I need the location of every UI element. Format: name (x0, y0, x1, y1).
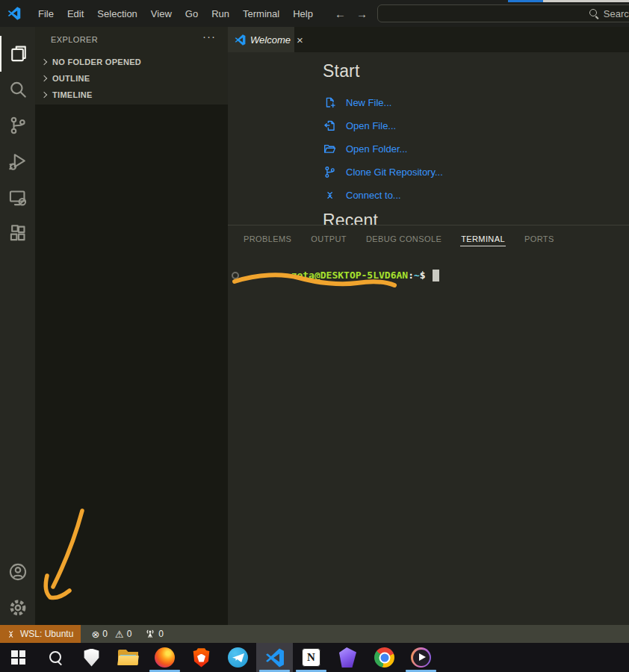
link-open-folder[interactable]: Open Folder... (323, 137, 443, 161)
taskbar-search-button[interactable] (37, 643, 73, 672)
section-label: TIMELINE (52, 90, 93, 99)
editor-tabs-bar: Welcome × (228, 27, 629, 52)
taskbar-file-explorer[interactable] (110, 643, 146, 672)
sidebar-header: EXPLORER ··· (35, 27, 228, 52)
link-connect-to[interactable]: Connect to... (323, 184, 443, 207)
prompt-symbol: $ (420, 270, 426, 281)
menu-file[interactable]: File (31, 5, 61, 22)
media-player-icon (411, 647, 431, 668)
activity-run-debug[interactable] (0, 143, 35, 179)
back-arrow-icon[interactable]: ← (335, 7, 346, 20)
remote-explorer-icon (8, 188, 28, 208)
forwarded-ports-status[interactable]: 0 (142, 625, 167, 643)
activity-remote-explorer[interactable] (0, 180, 35, 216)
firefox-icon (155, 647, 175, 668)
tab-label: Welcome (250, 34, 291, 46)
menu-terminal[interactable]: Terminal (236, 5, 286, 22)
account-icon (8, 562, 28, 582)
error-icon: ⊗ (91, 629, 99, 639)
activity-explorer[interactable] (0, 36, 35, 72)
taskbar-firefox[interactable] (146, 643, 183, 672)
problems-status[interactable]: ⊗ 0 ⚠ 0 (88, 625, 134, 643)
prompt-separator: : (408, 270, 414, 281)
panel-tab-debug-console[interactable]: DEBUG CONSOLE (365, 232, 442, 246)
connect-to-icon (323, 189, 336, 202)
remote-indicator-wsl-ubuntu[interactable]: WSL: Ubuntu (0, 625, 81, 643)
open-folder-icon (323, 143, 336, 155)
panel-tab-terminal[interactable]: TERMINAL (460, 232, 506, 246)
sidebar-sections-area: EXPLORER ··· NO FOLDER OPENED OUTLINE TI… (35, 27, 228, 105)
menu-run[interactable]: Run (205, 5, 236, 22)
open-file-icon (323, 119, 336, 132)
taskbar-chrome[interactable] (366, 643, 403, 672)
extensions-icon (8, 224, 28, 243)
menu-go[interactable]: Go (179, 5, 205, 22)
error-count: 0 (102, 629, 108, 639)
taskbar-brave[interactable] (183, 643, 220, 672)
section-outline[interactable]: OUTLINE (35, 70, 228, 87)
chevron-right-icon (41, 75, 47, 81)
taskbar-media-player[interactable] (403, 643, 439, 672)
menu-bar: File Edit Selection View Go Run Terminal… (31, 5, 320, 22)
menu-selection[interactable]: Selection (90, 5, 143, 22)
search-icon (8, 80, 28, 99)
section-timeline[interactable]: TIMELINE (35, 87, 228, 103)
obsidian-icon (339, 647, 356, 668)
taskbar-obsidian[interactable] (329, 643, 366, 672)
clone-git-icon (323, 166, 336, 178)
search-placeholder: Search (604, 8, 629, 19)
taskbar-telegram[interactable] (220, 643, 256, 672)
activity-source-control[interactable] (0, 108, 35, 143)
run-debug-icon (8, 152, 28, 171)
close-icon[interactable]: × (297, 34, 303, 46)
terminal-cursor (433, 270, 439, 281)
tab-welcome[interactable]: Welcome × (228, 27, 294, 52)
status-bar: WSL: Ubuntu ⊗ 0 ⚠ 0 0 (0, 625, 629, 643)
panel-tab-problems[interactable]: PROBLEMS (243, 232, 292, 246)
terminal-prompt-row[interactable]: zeta@DESKTOP-5LVD6AN:~$ (232, 258, 439, 292)
new-file-icon (323, 96, 336, 109)
screenshot-root: File Edit Selection View Go Run Terminal… (0, 0, 629, 672)
link-new-file[interactable]: New File... (323, 91, 443, 114)
section-no-folder-opened[interactable]: NO FOLDER OPENED (35, 54, 228, 70)
remote-label: WSL: Ubuntu (20, 629, 73, 639)
radio-tower-icon (145, 629, 155, 639)
chevron-right-icon (41, 59, 47, 65)
activity-accounts[interactable] (0, 554, 35, 590)
link-clone-git-repository[interactable]: Clone Git Repository... (323, 161, 443, 184)
link-label: New File... (346, 97, 391, 108)
chevron-right-icon (41, 92, 47, 98)
taskbar-notion[interactable]: N (293, 643, 329, 672)
edge-light-segment (543, 0, 629, 2)
menu-edit[interactable]: Edit (61, 5, 90, 22)
title-bar: File Edit Selection View Go Run Terminal… (0, 0, 629, 27)
link-open-file[interactable]: Open File... (323, 114, 443, 137)
command-center-search[interactable]: Search (377, 4, 629, 22)
activity-settings[interactable] (0, 590, 35, 626)
recent-heading: Recent (323, 211, 378, 225)
link-label: Connect to... (346, 190, 401, 201)
search-icon (589, 9, 599, 19)
menu-help[interactable]: Help (286, 5, 320, 22)
telegram-icon (228, 647, 248, 668)
more-actions-icon[interactable]: ··· (202, 30, 216, 43)
vscode-logo-icon (235, 34, 246, 46)
prompt-path: ~ (414, 270, 420, 281)
activity-search[interactable] (0, 72, 35, 108)
menu-view[interactable]: View (144, 5, 179, 22)
brave-icon (193, 648, 210, 668)
panel-tab-ports[interactable]: PORTS (524, 232, 555, 246)
taskbar-start-button[interactable] (0, 643, 37, 672)
editor-area: Welcome × Start New File... (228, 27, 629, 225)
taskbar-windows-security[interactable] (73, 643, 110, 672)
chrome-icon (374, 647, 394, 668)
panel-tab-output[interactable]: OUTPUT (310, 232, 347, 246)
activity-extensions[interactable] (0, 216, 35, 252)
windows-security-shield-icon (84, 649, 99, 667)
start-heading: Start (323, 61, 360, 81)
search-icon (48, 650, 63, 665)
link-label: Open Folder... (346, 143, 407, 155)
taskbar-vscode[interactable] (256, 643, 293, 672)
forward-arrow-icon[interactable]: → (356, 7, 368, 20)
ports-count: 0 (158, 629, 164, 639)
